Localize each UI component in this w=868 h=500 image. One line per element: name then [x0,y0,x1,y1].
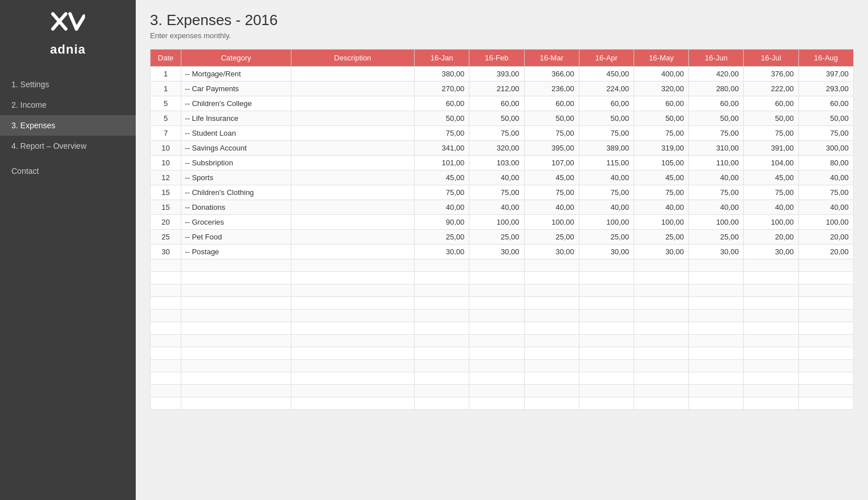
logo-text: adnia [50,42,86,57]
col-header-jun: 16-Jun [689,50,744,67]
empty-table-row [151,322,854,335]
table-row: 15-- Children's Clothing75,0075,0075,007… [151,185,854,200]
empty-table-row [151,272,854,284]
svg-line-2 [70,14,76,29]
sidebar-item-report[interactable]: 4. Report – Overview [0,136,136,156]
table-row: 1-- Car Payments270,00212,00236,00224,00… [151,82,854,96]
sidebar: adnia 1. Settings 2. Income 3. Expenses … [0,0,136,500]
col-header-mar: 16-Mar [524,50,579,67]
page-subtitle: Enter expenses monthly. [150,31,854,40]
empty-table-row [151,335,854,347]
table-row: 12-- Sports45,0040,0045,0040,0045,0040,0… [151,170,854,185]
table-row: 5-- Children's College60,0060,0060,0060,… [151,96,854,111]
col-header-description: Description [291,50,415,67]
empty-table-row [151,372,854,385]
col-header-jan: 16-Jan [415,50,469,67]
empty-table-row [151,297,854,310]
table-row: 7-- Student Loan75,0075,0075,0075,0075,0… [151,126,854,141]
empty-table-row [151,385,854,397]
empty-table-row [151,397,854,410]
table-row: 25-- Pet Food25,0025,0025,0025,0025,0025… [151,230,854,245]
table-row: 10-- Subsbription101,00103,00107,00115,0… [151,156,854,170]
col-header-date: Date [151,50,181,67]
sidebar-item-expenses[interactable]: 3. Expenses [0,115,136,136]
expenses-table: Date Category Description 16-Jan 16-Feb … [150,49,854,410]
table-row: 20-- Groceries90,00100,00100,00100,00100… [151,215,854,230]
table-row: 15-- Donations40,0040,0040,0040,0040,004… [151,200,854,215]
table-row: 30-- Postage30,0030,0030,0030,0030,0030,… [151,245,854,259]
sidebar-item-income[interactable]: 2. Income [0,95,136,115]
col-header-aug: 16-Aug [798,50,853,67]
main-content: 3. Expenses - 2016 Enter expenses monthl… [136,0,868,500]
table-row: 5-- Life Insurance50,0050,0050,0050,0050… [151,111,854,126]
empty-table-row [151,360,854,372]
empty-table-row [151,310,854,322]
sidebar-item-settings[interactable]: 1. Settings [0,74,136,95]
col-header-apr: 16-Apr [579,50,634,67]
sidebar-nav: 1. Settings 2. Income 3. Expenses 4. Rep… [0,74,136,181]
empty-table-row [151,347,854,360]
table-row: 10-- Savings Account341,00320,00395,0038… [151,141,854,156]
col-header-feb: 16-Feb [469,50,524,67]
sidebar-item-contact[interactable]: Contact [0,161,136,181]
col-header-jul: 16-Jul [744,50,798,67]
table-row: 1-- Mortgage/Rent380,00393,00366,00450,0… [151,67,854,82]
col-header-may: 16-May [634,50,688,67]
svg-line-3 [76,16,84,29]
page-title: 3. Expenses - 2016 [150,11,854,29]
empty-table-row [151,284,854,297]
logo-area: adnia [50,11,86,57]
col-header-category: Category [181,50,291,67]
logo-icon [51,11,85,40]
empty-table-row [151,259,854,272]
